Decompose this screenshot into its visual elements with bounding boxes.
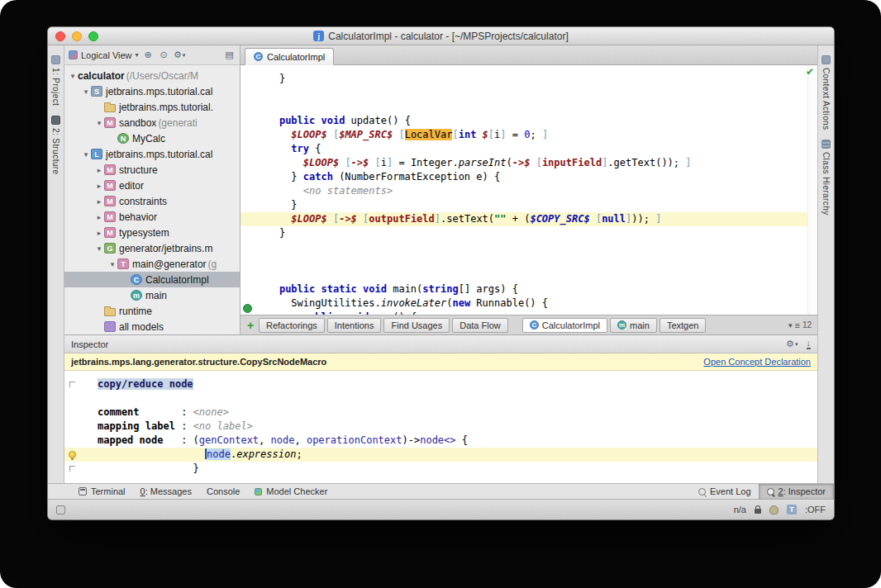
code-line[interactable]: $LOOP$ [->$ [outputField].setText("" + (… xyxy=(240,212,817,226)
inspector-line[interactable]: comment : <none> xyxy=(64,405,817,420)
bottom-tab-main[interactable]: mmain xyxy=(610,318,657,333)
error-stripe[interactable] xyxy=(807,65,817,315)
bottom-tab-data-flow[interactable]: Data Flow xyxy=(452,318,508,333)
tree-row[interactable]: NMyCalc xyxy=(64,130,240,146)
scroll-to-source-icon[interactable]: ⊙ xyxy=(158,49,170,62)
tool-button-structure[interactable]: 2: Structure xyxy=(51,116,60,175)
statusbar-terminal-button[interactable]: Terminal xyxy=(71,484,133,499)
intention-gutter[interactable] xyxy=(64,451,79,458)
code-line[interactable]: } xyxy=(255,72,806,86)
tree-row[interactable]: ▸Meditor xyxy=(64,178,240,193)
close-button[interactable] xyxy=(55,31,65,41)
code-line[interactable]: try { xyxy=(255,142,806,156)
navigate-icon[interactable]: ⊕ xyxy=(142,49,155,62)
code-line[interactable]: } xyxy=(255,198,806,212)
code-line[interactable]: } xyxy=(255,226,806,240)
code-area[interactable]: } public void update() { $LOOP$ [$MAP_SR… xyxy=(240,65,817,315)
code-line[interactable] xyxy=(255,240,806,254)
gear-icon[interactable]: ⚙▾ xyxy=(786,339,798,349)
code-line[interactable] xyxy=(255,268,806,282)
tree-row[interactable]: runtime xyxy=(64,303,240,319)
chevron-right-icon[interactable]: ▸ xyxy=(94,229,104,237)
gear-icon[interactable]: ⚙▾ xyxy=(174,49,186,62)
code-line[interactable]: } catch (NumberFormatException e) { xyxy=(255,170,806,184)
chevron-down-icon[interactable]: ▾ xyxy=(107,260,117,268)
inspector-line[interactable]: copy/reduce node xyxy=(64,377,817,391)
tree-row[interactable]: ▾Msandbox (generati xyxy=(64,115,240,130)
statusbar-inspector-button[interactable]: 2: Inspector xyxy=(759,484,834,499)
tree-item-suffix: (generati xyxy=(158,117,197,129)
code-line[interactable]: $LOOP$ [->$ [i] = Integer.parseInt(->$ [… xyxy=(255,156,806,170)
tree-row[interactable]: ▾Sjetbrains.mps.tutorial.cal xyxy=(64,83,240,99)
toolwindow-toggle-icon[interactable] xyxy=(56,505,65,514)
chevron-down-icon[interactable]: ▾ xyxy=(68,72,78,80)
tree-row[interactable]: ▸Mconstraints xyxy=(64,193,240,209)
code-line[interactable]: <no statements> xyxy=(255,184,806,198)
code-line[interactable] xyxy=(255,86,806,100)
minimize-button[interactable] xyxy=(72,31,82,41)
bottom-tab-intentions[interactable]: Intentions xyxy=(327,318,382,333)
statusbar-model-checker-button[interactable]: Model Checker xyxy=(247,484,335,499)
tree-row[interactable]: ▸Mtypesystem xyxy=(64,225,240,240)
tree-row[interactable]: mmain xyxy=(64,287,240,303)
chevron-right-icon[interactable]: ▸ xyxy=(94,182,104,190)
chevron-down-icon[interactable]: ▾ xyxy=(136,51,139,59)
chevron-right-icon[interactable]: ▸ xyxy=(94,213,104,221)
folder-icon xyxy=(104,104,116,112)
statusbar-event-log-button[interactable]: Event Log xyxy=(691,484,759,499)
chevron-down-icon[interactable]: ▾ xyxy=(81,88,91,96)
chevron-down-icon[interactable]: ▾ xyxy=(94,244,104,253)
editor-tab-calculatorimpl[interactable]: C CalculatorImpl xyxy=(245,48,334,65)
code-line[interactable] xyxy=(255,100,806,114)
chevron-down-icon[interactable]: ▾ xyxy=(81,150,91,159)
code-line[interactable]: SwingUtilities.invokeLater(new Runnable(… xyxy=(255,296,806,311)
open-concept-declaration-link[interactable]: Open Concept Declaration xyxy=(703,357,811,367)
inspector-line[interactable]: mapping label : <no label> xyxy=(64,420,817,434)
chevron-down-icon[interactable]: ▾ xyxy=(94,119,104,127)
lightbulb-icon[interactable] xyxy=(69,451,76,458)
code-line[interactable]: public void run() { xyxy=(255,311,806,315)
tool-button-context-actions[interactable]: Context Actions xyxy=(821,55,831,130)
tree-row[interactable]: ▾Ggenerator/jetbrains.m xyxy=(64,240,240,256)
chevron-right-icon[interactable]: ▸ xyxy=(94,197,104,206)
dock-icon[interactable]: ↓ xyxy=(807,339,812,349)
tree-row[interactable]: ▸Mbehavior xyxy=(64,209,240,225)
inspector-line[interactable] xyxy=(64,391,817,405)
bottom-tab-find-usages[interactable]: Find Usages xyxy=(383,318,450,333)
view-selector[interactable]: Logical View xyxy=(81,50,132,60)
editor-pane[interactable]: } public void update() { $LOOP$ [$MAP_SR… xyxy=(240,65,817,315)
hide-panel-icon[interactable]: ▤ xyxy=(223,49,236,62)
tree-row[interactable]: all models xyxy=(64,319,240,334)
bottom-tab-calculatorimpl[interactable]: CCalculatorImpl xyxy=(522,318,607,333)
lock-icon[interactable] xyxy=(755,509,761,514)
inspector-line[interactable]: node.expression; xyxy=(64,448,817,462)
zoom-button[interactable] xyxy=(88,31,98,41)
bottom-tab-refactorings[interactable]: Refactorings xyxy=(259,318,325,333)
typing-mode-icon[interactable]: T xyxy=(787,505,797,514)
statusbar-messages-button[interactable]: 0: Messages xyxy=(133,484,199,499)
tree-row[interactable]: jetbrains.mps.tutorial. xyxy=(64,99,240,115)
tree-row[interactable]: ▸Mstructure xyxy=(64,162,240,178)
code-line[interactable]: $LOOP$ [$MAP_SRC$ [LocalVar[int $[i] = 0… xyxy=(255,128,806,142)
tab-list-icon[interactable]: ≡ xyxy=(794,320,799,330)
titlebar[interactable]: j CalculatorImpl - calculator - [~/MPSPr… xyxy=(48,27,834,45)
tree-row[interactable]: ▾calculator (/Users/Oscar/M xyxy=(64,68,240,83)
inspector-body[interactable]: copy/reduce node comment : <none>mapping… xyxy=(64,371,817,483)
code-line[interactable] xyxy=(255,254,806,268)
inspector-line[interactable]: } xyxy=(64,462,817,476)
tool-button-project[interactable]: 1: Project xyxy=(51,55,60,106)
inspector-line[interactable]: mapped node : (genContext, node, operati… xyxy=(64,434,817,448)
chevron-right-icon[interactable]: ▸ xyxy=(94,166,104,174)
highlighting-level-icon[interactable] xyxy=(769,505,779,514)
tree-row[interactable]: ▾Tmain@generator (g xyxy=(64,256,240,272)
tool-button-class-hierarchy[interactable]: Class Hierarchy xyxy=(821,140,831,216)
code-line[interactable]: public void update() { xyxy=(255,114,806,128)
bottom-tab-textgen[interactable]: Textgen xyxy=(660,318,707,333)
code-line[interactable]: public static void main(string[] args) { xyxy=(255,282,806,296)
code-token: ; xyxy=(530,129,536,140)
tree-row[interactable]: ▾Ljetbrains.mps.tutorial.cal xyxy=(64,146,240,162)
chevron-down-icon[interactable]: ▾ xyxy=(788,321,793,330)
statusbar-console-button[interactable]: Console xyxy=(199,484,247,499)
add-tab-icon[interactable]: + xyxy=(245,320,256,331)
tree-row[interactable]: CCalculatorImpl xyxy=(64,272,240,287)
